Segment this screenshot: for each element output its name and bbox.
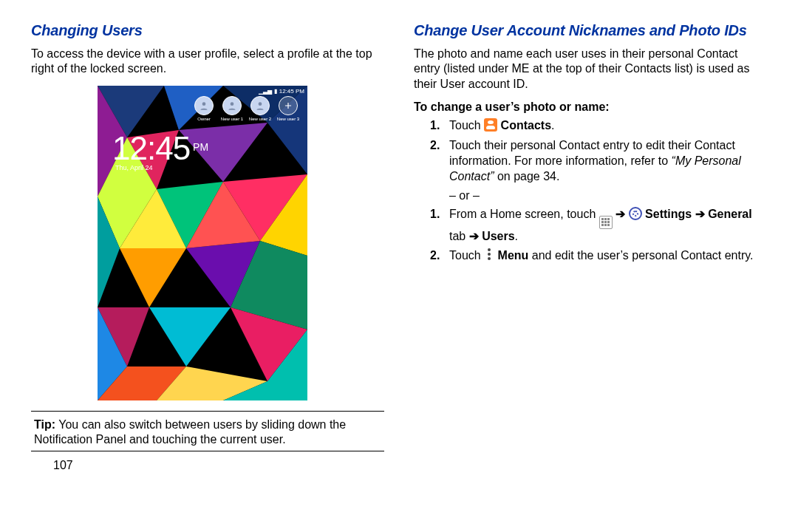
- manual-page: Changing Users To access the device with…: [0, 0, 798, 532]
- right-subhead: To change a user’s photo or name:: [414, 100, 767, 114]
- text: .: [551, 119, 554, 132]
- user-new-3[interactable]: New user 3: [275, 96, 301, 121]
- left-heading: Changing Users: [31, 22, 384, 39]
- svg-marker-11: [120, 248, 186, 307]
- right-column: Change User Account Nicknames and Photo …: [414, 22, 767, 472]
- tip-block: Tip: You can also switch between users b…: [31, 411, 384, 451]
- user-label: New user 2: [247, 117, 273, 121]
- step-number: 1.: [430, 207, 449, 245]
- text: and edit the user’s personal Contact ent…: [528, 249, 753, 262]
- battery-icon: ▮: [274, 88, 277, 95]
- arrow-icon: ➔: [615, 208, 625, 220]
- user-label: New user 3: [275, 117, 301, 121]
- step-number: 2.: [430, 248, 449, 264]
- status-bar: ▁▃▅ ▮ 12:45 PM: [259, 88, 304, 95]
- arrow-icon: ➔: [695, 208, 705, 220]
- step-1b: 1. From a Home screen, touch ➔ Settings …: [430, 207, 767, 245]
- apps-icon: [599, 216, 613, 229]
- text: on page 34.: [494, 170, 559, 183]
- user-owner[interactable]: Owner: [191, 96, 217, 121]
- text: tab: [449, 230, 469, 242]
- page-number: 107: [53, 459, 384, 472]
- steps-list-b: 1. From a Home screen, touch ➔ Settings …: [430, 207, 767, 265]
- divider: [31, 451, 384, 451]
- step-number: 1.: [430, 118, 449, 134]
- user-new-2[interactable]: New user 2: [247, 96, 273, 121]
- text: Touch: [449, 249, 484, 262]
- tip-body: You can also switch between users by sli…: [34, 418, 346, 446]
- wifi-icon: ▁▃▅: [259, 88, 272, 95]
- text: .: [515, 230, 518, 242]
- svg-marker-16: [149, 307, 231, 366]
- status-time: 12:45 PM: [279, 88, 304, 95]
- clock-time: 12:45: [112, 130, 190, 166]
- user-new-1[interactable]: New user 1: [219, 96, 245, 121]
- contacts-label: Contacts: [497, 119, 551, 132]
- contacts-icon: [484, 118, 497, 132]
- menu-icon: [487, 248, 491, 262]
- left-intro: To access the device with a user profile…: [31, 47, 384, 77]
- settings-icon: [629, 207, 642, 220]
- user-label: Owner: [191, 117, 217, 121]
- tablet-lockscreen: ▁▃▅ ▮ 12:45 PM Owner New user 1: [98, 86, 307, 400]
- step-2b: 2. Touch Menu and edit the user’s person…: [430, 248, 767, 264]
- step-2: 2. Touch their personal Contact entry to…: [430, 138, 767, 184]
- clock-ampm: PM: [193, 141, 208, 153]
- left-column: Changing Users To access the device with…: [31, 22, 384, 472]
- tip-label: Tip:: [34, 418, 55, 431]
- menu-label: Menu: [494, 249, 528, 262]
- divider: [31, 411, 384, 412]
- or-divider: – or –: [449, 189, 767, 202]
- right-intro: The photo and name each user uses in the…: [414, 47, 767, 92]
- general-label: General: [708, 208, 752, 220]
- arrow-icon: ➔: [469, 230, 479, 242]
- settings-label: Settings: [642, 208, 695, 220]
- svg-point-25: [231, 102, 234, 106]
- two-column-layout: Changing Users To access the device with…: [31, 22, 767, 472]
- tip-text: Tip: You can also switch between users b…: [31, 417, 384, 448]
- step-number: 2.: [430, 138, 449, 184]
- text: Touch: [449, 119, 484, 132]
- user-label: New user 1: [219, 117, 245, 121]
- steps-list-a: 1. Touch Contacts. 2. Touch their person…: [430, 118, 767, 184]
- user-profiles-row: Owner New user 1 New user 2 New user 3: [191, 96, 301, 121]
- step-1: 1. Touch Contacts.: [430, 118, 767, 134]
- svg-point-26: [259, 102, 262, 106]
- svg-point-24: [202, 102, 206, 106]
- right-heading: Change User Account Nicknames and Photo …: [414, 22, 767, 39]
- lockscreen-clock: 12:45PM Thu, April 24: [112, 130, 208, 171]
- text: From a Home screen, touch: [449, 208, 599, 220]
- users-label: Users: [479, 230, 515, 242]
